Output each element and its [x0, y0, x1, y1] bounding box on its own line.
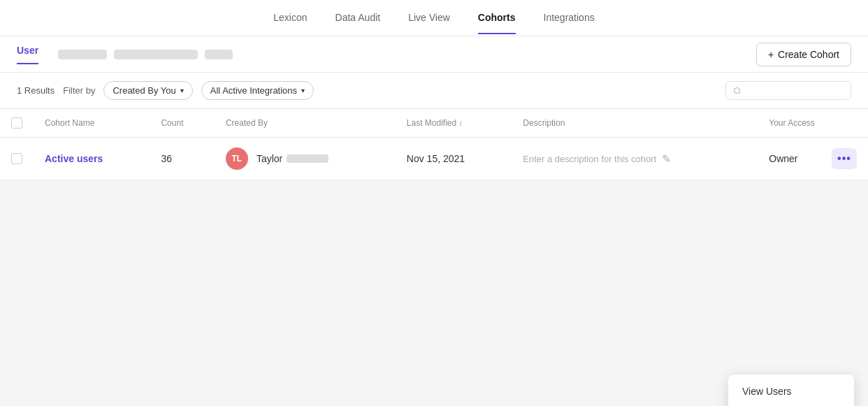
- chevron-down-icon-2: ▾: [301, 87, 305, 94]
- access-cell: Owner •••: [758, 138, 868, 180]
- description-cell: Enter a description for this cohort ✎: [512, 138, 758, 180]
- row-checkbox[interactable]: [11, 153, 22, 164]
- last-modified-cell: Nov 15, 2021: [396, 138, 512, 180]
- filter-by-label: Filter by: [63, 85, 95, 96]
- results-count: 1 Results: [17, 85, 55, 96]
- nav-cohorts[interactable]: Cohorts: [478, 2, 516, 34]
- cohort-name[interactable]: Active users: [45, 153, 103, 164]
- avatar: TL: [226, 147, 248, 170]
- user-tab-placeholder-1[interactable]: [58, 50, 107, 59]
- cohorts-table: Cohort Name Count Created By Last Modifi…: [0, 109, 868, 180]
- nav-live-view[interactable]: Live View: [408, 2, 450, 34]
- nav-lexicon[interactable]: Lexicon: [273, 2, 307, 34]
- cohorts-table-wrapper: Cohort Name Count Created By Last Modifi…: [0, 109, 868, 180]
- top-navigation: Lexicon Data Audit Live View Cohorts Int…: [0, 0, 868, 36]
- user-tab-placeholder-3[interactable]: [205, 50, 233, 59]
- svg-line-1: [739, 92, 740, 94]
- creator-name-blur: [287, 154, 328, 163]
- three-dot-menu-button[interactable]: •••: [832, 148, 857, 169]
- plus-icon: +: [768, 49, 774, 60]
- table-header: Cohort Name Count Created By Last Modifi…: [0, 109, 868, 138]
- created-by-cell: TL Taylor: [215, 138, 396, 180]
- col-count: Count: [150, 109, 214, 138]
- edit-icon[interactable]: ✎: [662, 152, 671, 166]
- col-created-by: Created By: [215, 109, 396, 138]
- create-cohort-label: Create Cohort: [778, 49, 839, 60]
- create-cohort-button[interactable]: + Create Cohort: [756, 43, 851, 66]
- active-integrations-label: All Active Integrations: [210, 85, 297, 96]
- view-users-label: View Users: [742, 386, 792, 397]
- access-label: Owner: [769, 153, 797, 164]
- count-cell: 36: [150, 138, 214, 180]
- created-by-filter[interactable]: Created By You ▾: [103, 81, 192, 100]
- col-last-modified[interactable]: Last Modified ↕: [396, 109, 512, 138]
- search-input[interactable]: [746, 85, 844, 96]
- created-by-filter-label: Created By You: [113, 85, 175, 96]
- nav-data-audit[interactable]: Data Audit: [335, 2, 381, 34]
- col-description: Description: [512, 109, 758, 138]
- active-integrations-filter[interactable]: All Active Integrations ▾: [201, 81, 314, 100]
- user-tab[interactable]: User: [17, 45, 38, 64]
- col-your-access: Your Access: [758, 109, 868, 138]
- col-cohort-name: Cohort Name: [34, 109, 150, 138]
- select-all-checkbox[interactable]: [11, 117, 22, 129]
- chevron-down-icon: ▾: [180, 87, 184, 94]
- user-bar: User + Create Cohort: [0, 36, 868, 73]
- filter-bar: 1 Results Filter by Created By You ▾ All…: [0, 73, 868, 109]
- context-menu-view-users[interactable]: View Users: [728, 379, 854, 404]
- table-row: Active users 36 TL Taylor Nov 15, 2021 E…: [0, 138, 868, 180]
- main-content: MoEngage View Users Visualize Trend Refr…: [0, 180, 868, 406]
- creator-name: Taylor: [256, 153, 282, 164]
- search-bar: [725, 81, 851, 100]
- search-icon: [733, 86, 742, 96]
- nav-integrations[interactable]: Integrations: [544, 2, 595, 34]
- user-tab-placeholder-2[interactable]: [114, 50, 198, 59]
- svg-point-0: [735, 87, 740, 93]
- cohort-name-cell: Active users: [34, 138, 150, 180]
- table-body: Active users 36 TL Taylor Nov 15, 2021 E…: [0, 138, 868, 180]
- description-placeholder[interactable]: Enter a description for this cohort: [523, 154, 656, 164]
- context-menu: View Users Visualize Trend Refresh Count…: [728, 375, 854, 406]
